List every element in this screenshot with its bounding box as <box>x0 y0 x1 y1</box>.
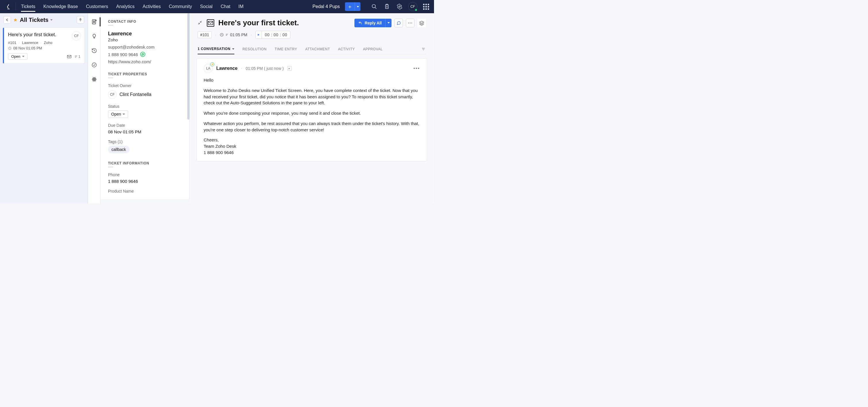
tab-approval[interactable]: APPROVAL <box>363 44 383 54</box>
nav-chat[interactable]: Chat <box>221 1 230 13</box>
nav-customers[interactable]: Customers <box>86 1 108 13</box>
whatsapp-icon[interactable] <box>140 52 145 57</box>
collapse-icon[interactable] <box>197 21 203 26</box>
reply-all-button[interactable]: Reply All <box>354 19 392 27</box>
properties-pane: CONTACT INFO Lawrence Zoho support@zohod… <box>100 13 190 199</box>
list-header: ★ All Tickets <box>0 13 88 26</box>
tab-timeentry[interactable]: TIME ENTRY <box>275 44 297 54</box>
rail-bulb-icon[interactable] <box>91 33 98 40</box>
ticket-status-text: Open <box>11 54 21 59</box>
nav-divider <box>16 3 16 11</box>
tag-chip[interactable]: callback <box>108 146 129 153</box>
ticket-created-time: 01:05 PM <box>230 32 247 37</box>
conversation-avatar: LA ⚡ <box>204 64 213 73</box>
ticket-id-pill[interactable]: #101 <box>197 31 212 38</box>
star-icon[interactable]: ★ <box>13 17 18 23</box>
nav-im[interactable]: IM <box>239 1 244 13</box>
tab-conversation[interactable]: 1 CONVERSATION <box>197 44 235 54</box>
view-title[interactable]: All Tickets <box>20 17 53 23</box>
bolt-badge-icon: ⚡ <box>210 62 214 66</box>
ticket-header: Here's your first ticket. Reply All <box>190 13 434 54</box>
svg-point-14 <box>95 20 96 21</box>
properties-scrollbar[interactable] <box>187 13 190 120</box>
rail-atom-icon[interactable] <box>91 76 98 83</box>
apps-grid-icon[interactable] <box>422 3 430 11</box>
contact-email[interactable]: support@zohodesk.com <box>108 45 182 50</box>
ticket-id: #101 <box>8 40 17 45</box>
conv-p3: Whatever action you perform, be rest ass… <box>204 120 420 133</box>
conv-sig1: Cheers, <box>204 137 219 142</box>
svg-point-24 <box>410 22 411 23</box>
svg-point-23 <box>408 22 409 23</box>
info-product-label: Product Name <box>108 189 182 194</box>
tab-caret-icon <box>232 48 235 50</box>
tags-label: Tags (1) <box>108 139 182 144</box>
search-icon[interactable] <box>370 3 378 11</box>
workspace-name[interactable]: Pedal 4 Pups <box>312 4 340 9</box>
add-caret[interactable] <box>355 2 361 11</box>
svg-rect-2 <box>385 5 388 8</box>
status-select[interactable]: Open <box>108 110 128 118</box>
due-value[interactable]: 08 Nov 01:05 PM <box>108 129 182 134</box>
contact-company[interactable]: Zoho <box>108 37 182 42</box>
contact-name[interactable]: Lawrence <box>108 31 182 37</box>
rail-history-icon[interactable] <box>91 47 98 54</box>
settings-icon[interactable] <box>396 3 404 11</box>
rail-contact-icon[interactable] <box>91 19 98 25</box>
tab-resolution[interactable]: RESOLUTION <box>242 44 267 54</box>
ticket-status-select[interactable]: Open <box>8 53 28 60</box>
user-avatar[interactable]: CF <box>408 2 417 11</box>
nav-social[interactable]: Social <box>200 1 213 13</box>
nav-tickets[interactable]: Tickets <box>21 1 35 13</box>
tabs-filter-icon[interactable] <box>421 44 426 54</box>
expand-icon[interactable]: ▸ <box>287 66 292 71</box>
ticket-card[interactable]: CF Here's your first ticket. #101· Lawre… <box>3 28 85 63</box>
owner-row[interactable]: CF Clint Fontanella <box>108 90 182 99</box>
clipboard-icon[interactable] <box>383 3 391 11</box>
conv-greeting: Hello <box>204 77 420 83</box>
layers-icon[interactable] <box>417 19 426 27</box>
clock-icon <box>8 47 11 50</box>
conversation-more-icon[interactable]: ••• <box>413 66 420 71</box>
more-actions-button[interactable] <box>406 19 414 27</box>
global-add-button[interactable]: ＋ <box>345 2 361 11</box>
props-wrap: CONTACT INFO Lawrence Zoho support@zohod… <box>100 13 190 204</box>
contact-phone[interactable]: 1 888 900 9646 <box>108 52 138 57</box>
nav-menu: Tickets Knowledge Base Customers Analyti… <box>21 1 244 13</box>
timer-play-icon[interactable] <box>256 31 262 38</box>
ticket-pane: Here's your first ticket. Reply All <box>190 13 434 204</box>
reply-caret[interactable] <box>385 19 392 27</box>
nav-kb[interactable]: Knowledge Base <box>43 1 78 13</box>
tab-attachment[interactable]: ATTACHMENT <box>305 44 330 54</box>
svg-marker-26 <box>420 21 424 23</box>
owner-label: Ticket Owner <box>108 83 182 88</box>
back-button[interactable] <box>3 16 11 24</box>
pin-button[interactable] <box>77 16 84 24</box>
tab-activity[interactable]: ACTIVITY <box>338 44 355 54</box>
conversation-body: Hello Welcome to Zoho Desks new Unified … <box>204 77 420 156</box>
nav-analytics[interactable]: Analytics <box>116 1 135 13</box>
reply-icon <box>358 21 363 25</box>
svg-line-20 <box>200 21 202 22</box>
contact-url[interactable]: https://www.zoho.com/ <box>108 59 182 64</box>
conversation-author[interactable]: Lawrence <box>216 66 238 71</box>
info-phone-value[interactable]: 1 888 900 9646 <box>108 179 182 184</box>
status-caret-icon <box>123 114 125 115</box>
rail-approval-icon[interactable] <box>91 61 98 68</box>
ticket-tabs: 1 CONVERSATION RESOLUTION TIME ENTRY ATT… <box>197 44 426 54</box>
plus-icon: ＋ <box>345 2 355 11</box>
comment-button[interactable] <box>394 19 403 27</box>
timer[interactable]: 00 : 00 : 00 <box>255 31 290 39</box>
owner-avatar: CF <box>108 90 117 99</box>
presence-dot <box>415 9 417 11</box>
nav-activities[interactable]: Activities <box>143 1 161 13</box>
conversation-card: LA ⚡ Lawrence · 01:05 PM ( just now ) ▸ … <box>196 58 427 161</box>
conv-sig3: 1 888 900 9646 <box>204 150 234 155</box>
nav-community[interactable]: Community <box>169 1 192 13</box>
brand-logo[interactable] <box>4 3 12 11</box>
svg-point-13 <box>93 21 94 22</box>
main-layout: ★ All Tickets CF Here's your first ticke… <box>0 13 434 204</box>
ticket-meta-row: #101 · 01:05 PM · 00 : 00 : 00 <box>197 31 426 39</box>
lines-icon <box>225 33 228 36</box>
view-title-text: All Tickets <box>20 17 49 23</box>
